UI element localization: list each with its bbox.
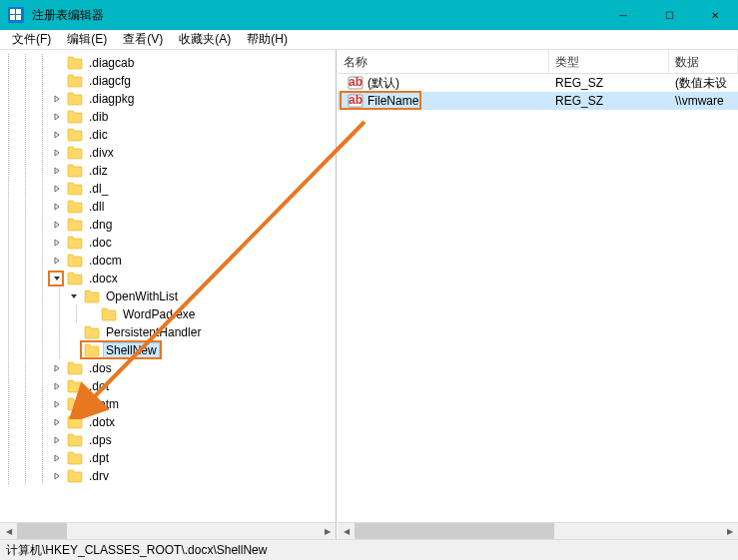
tree-expand-icon[interactable] (51, 201, 63, 213)
menu-view[interactable]: 查看(V) (115, 29, 171, 50)
menu-favorites[interactable]: 收藏夹(A) (171, 29, 239, 50)
folder-icon (67, 397, 83, 411)
folder-icon (67, 379, 83, 393)
tree-expand-icon[interactable] (51, 398, 63, 410)
folder-icon (67, 110, 83, 124)
list-row[interactable]: abFileNameREG_SZ\\vmware (338, 92, 738, 110)
tree-item[interactable]: .dotx (0, 413, 336, 431)
scroll-left-icon[interactable]: ◀ (338, 523, 355, 539)
tree-expand-icon[interactable] (68, 290, 80, 302)
tree-item[interactable]: .diz (0, 162, 336, 180)
content-area: .diagcab.diagcfg.diagpkg.dib.dic.divx.di… (0, 50, 738, 539)
list-scrollbar-horizontal[interactable]: ◀ ▶ (338, 522, 738, 539)
tree-expand-icon[interactable] (51, 75, 63, 87)
tree-item[interactable]: PersistentHandler (0, 323, 336, 341)
column-header-type[interactable]: 类型 (549, 50, 669, 73)
folder-icon (67, 433, 83, 447)
tree-item-label: .diagcab (87, 56, 136, 70)
cell-name: abFileName (338, 93, 549, 109)
menu-file[interactable]: 文件(F) (4, 29, 59, 50)
tree-view[interactable]: .diagcab.diagcfg.diagpkg.dib.dic.divx.di… (0, 50, 336, 522)
tree-item[interactable]: WordPad.exe (0, 305, 336, 323)
tree-expand-icon[interactable] (51, 237, 63, 249)
scroll-thumb[interactable] (355, 523, 554, 539)
tree-expand-icon[interactable] (51, 111, 63, 123)
tree-expand-icon[interactable] (51, 183, 63, 195)
tree-item[interactable]: .dpt (0, 449, 336, 467)
tree-panel: .diagcab.diagcfg.diagpkg.dib.dic.divx.di… (0, 50, 337, 539)
tree-item[interactable]: .diagcab (0, 54, 336, 72)
tree-item[interactable]: ShellNew (0, 341, 336, 359)
list-row[interactable]: ab(默认)REG_SZ(数值未设 (338, 74, 738, 92)
cell-type: REG_SZ (549, 94, 669, 108)
tree-item[interactable]: .dll (0, 198, 336, 216)
tree-item[interactable]: .dl_ (0, 180, 336, 198)
tree-item[interactable]: .dps (0, 431, 336, 449)
tree-expand-icon[interactable] (51, 147, 63, 159)
svg-rect-1 (16, 9, 21, 14)
tree-expand-icon[interactable] (51, 93, 63, 105)
tree-item[interactable]: .divx (0, 144, 336, 162)
tree-expand-icon[interactable] (51, 129, 63, 141)
scroll-right-icon[interactable]: ▶ (319, 523, 336, 539)
tree-item[interactable]: OpenWithList (0, 287, 336, 305)
tree-item-label: .diagcfg (87, 74, 133, 88)
tree-item[interactable]: .dng (0, 216, 336, 234)
tree-item-label: PersistentHandler (104, 325, 203, 339)
scroll-right-icon[interactable]: ▶ (721, 523, 738, 539)
menu-help[interactable]: 帮助(H) (239, 29, 296, 50)
tree-expand-icon[interactable] (51, 434, 63, 446)
tree-item[interactable]: .doc (0, 234, 336, 252)
tree-item[interactable]: .diagpkg (0, 90, 336, 108)
minimize-button[interactable]: ─ (600, 0, 646, 30)
tree-item[interactable]: .dot (0, 377, 336, 395)
tree-item-label: .doc (87, 236, 114, 250)
folder-icon (67, 218, 83, 232)
scroll-track[interactable] (17, 523, 319, 539)
column-header-data[interactable]: 数据 (669, 50, 738, 73)
tree-expand-icon[interactable] (68, 344, 80, 356)
tree-item[interactable]: .drv (0, 467, 336, 485)
tree-expand-icon[interactable] (51, 416, 63, 428)
scroll-left-icon[interactable]: ◀ (0, 523, 17, 539)
tree-item[interactable]: .diagcfg (0, 72, 336, 90)
tree-expand-icon[interactable] (51, 362, 63, 374)
list-body[interactable]: ab(默认)REG_SZ(数值未设abFileNameREG_SZ\\vmwar… (338, 74, 738, 110)
folder-icon (67, 56, 83, 70)
tree-item[interactable]: .dib (0, 108, 336, 126)
list-panel: 名称 类型 数据 ab(默认)REG_SZ(数值未设abFileNameREG_… (337, 50, 738, 539)
statusbar-path: 计算机\HKEY_CLASSES_ROOT\.docx\ShellNew (6, 542, 267, 559)
tree-expand-icon[interactable] (51, 273, 63, 284)
svg-text:ab: ab (349, 93, 363, 107)
menu-edit[interactable]: 编辑(E) (59, 29, 115, 50)
tree-expand-icon[interactable] (68, 326, 80, 338)
close-button[interactable]: ✕ (692, 0, 738, 30)
tree-item[interactable]: .docm (0, 252, 336, 270)
tree-expand-icon[interactable] (51, 255, 63, 267)
tree-item[interactable]: .dotm (0, 395, 336, 413)
tree-expand-icon[interactable] (51, 470, 63, 482)
tree-expand-icon[interactable] (51, 57, 63, 69)
folder-icon (67, 146, 83, 160)
tree-item[interactable]: .docx (0, 270, 336, 287)
window-controls: ─ ☐ ✕ (600, 0, 738, 30)
tree-item[interactable]: .dic (0, 126, 336, 144)
scroll-track[interactable] (355, 523, 721, 539)
folder-icon (67, 451, 83, 465)
maximize-button[interactable]: ☐ (646, 0, 692, 30)
reg-string-icon: ab (348, 75, 364, 91)
folder-icon (67, 254, 83, 268)
tree-expand-icon[interactable] (51, 380, 63, 392)
folder-icon (67, 361, 83, 375)
tree-item-label: OpenWithList (104, 289, 180, 303)
tree-expand-icon[interactable] (51, 219, 63, 231)
tree-item-label: .dos (87, 361, 114, 375)
column-header-name[interactable]: 名称 (338, 50, 549, 73)
tree-expand-icon[interactable] (51, 165, 63, 177)
scroll-thumb[interactable] (17, 523, 67, 539)
cell-data: \\vmware (669, 94, 738, 108)
tree-expand-icon[interactable] (51, 452, 63, 464)
tree-scrollbar-horizontal[interactable]: ◀ ▶ (0, 522, 336, 539)
tree-item[interactable]: .dos (0, 359, 336, 377)
tree-expand-icon[interactable] (85, 308, 97, 320)
